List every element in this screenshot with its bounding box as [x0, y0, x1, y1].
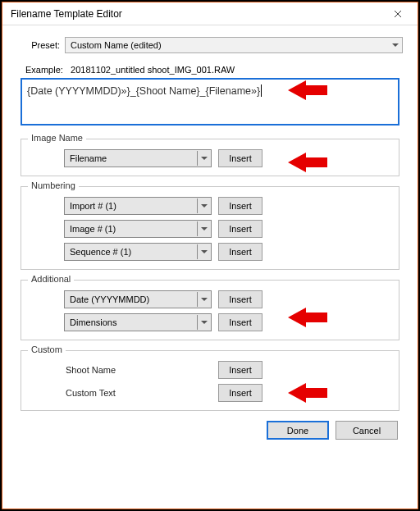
row-additional-1: Dimensions Insert	[64, 313, 390, 331]
row-custom-0: Shoot Name Insert	[64, 361, 390, 379]
group-image-name: Image Name Filename Insert	[21, 139, 399, 176]
close-button[interactable]	[381, 3, 414, 25]
insert-button[interactable]: Insert	[218, 149, 262, 167]
row-numbering-2: Sequence # (1) Insert	[64, 243, 390, 261]
group-custom: Custom Shoot Name Insert Custom Text Ins…	[21, 350, 399, 411]
example-row: Example: 20181102_untitled shoot_IMG_001…	[25, 65, 403, 75]
dialog-body: Preset: Custom Name (edited) Example: 20…	[2, 25, 418, 509]
select-date[interactable]: Date (YYYYMMDD)	[64, 290, 212, 308]
select-import-num[interactable]: Import # (1)	[64, 197, 212, 215]
group-additional: Additional Date (YYYYMMDD) Insert Dimens…	[21, 280, 399, 340]
select-sequence-num[interactable]: Sequence # (1)	[64, 243, 212, 261]
label-custom-text: Custom Text	[64, 388, 212, 398]
select-value: Image # (1)	[70, 224, 116, 234]
select-dimensions[interactable]: Dimensions	[64, 313, 212, 331]
preset-select[interactable]: Custom Name (edited)	[65, 37, 403, 53]
label-shoot-name: Shoot Name	[64, 365, 212, 375]
select-filename[interactable]: Filename	[64, 149, 212, 167]
group-numbering: Numbering Import # (1) Insert Image # (1…	[21, 186, 399, 270]
insert-button[interactable]: Insert	[218, 243, 262, 261]
dialog-button-row: Done Cancel	[17, 421, 398, 440]
group-legend: Image Name	[28, 133, 86, 143]
group-legend: Additional	[28, 274, 74, 284]
insert-button[interactable]: Insert	[218, 361, 262, 379]
done-button[interactable]: Done	[267, 421, 329, 440]
text-caret	[261, 84, 262, 97]
select-value: Filename	[70, 153, 107, 163]
select-image-num[interactable]: Image # (1)	[64, 220, 212, 238]
close-icon	[394, 10, 402, 18]
preset-value: Custom Name (edited)	[71, 40, 162, 50]
row-additional-0: Date (YYYYMMDD) Insert	[64, 290, 390, 308]
chevron-down-icon	[392, 43, 399, 47]
insert-button[interactable]: Insert	[218, 384, 262, 402]
preset-label: Preset:	[17, 40, 60, 50]
insert-button[interactable]: Insert	[218, 220, 262, 238]
chevron-down-icon	[197, 151, 210, 166]
dialog-window: Filename Template Editor Preset: Custom …	[2, 2, 418, 509]
chevron-down-icon	[197, 244, 210, 259]
select-value: Import # (1)	[70, 201, 116, 211]
chevron-down-icon	[197, 315, 210, 330]
cancel-button[interactable]: Cancel	[336, 421, 398, 440]
template-input[interactable]: {Date (YYYYMMDD)»}_{Shoot Name}_{Filenam…	[21, 78, 399, 125]
example-value: 20181102_untitled shoot_IMG_001.RAW	[71, 65, 235, 75]
select-value: Dimensions	[70, 317, 116, 327]
chevron-down-icon	[197, 198, 210, 213]
preset-row: Preset: Custom Name (edited)	[17, 37, 403, 53]
group-legend: Custom	[28, 344, 66, 354]
chevron-down-icon	[197, 292, 210, 307]
select-value: Sequence # (1)	[70, 247, 131, 257]
title-bar: Filename Template Editor	[2, 2, 418, 25]
template-text: {Date (YYYYMMDD)»}_{Shoot Name}_{Filenam…	[27, 85, 260, 97]
row-image-name-0: Filename Insert	[64, 149, 390, 167]
insert-button[interactable]: Insert	[218, 290, 262, 308]
chevron-down-icon	[197, 221, 210, 236]
insert-button[interactable]: Insert	[218, 313, 262, 331]
row-custom-1: Custom Text Insert	[64, 384, 390, 402]
example-label: Example:	[25, 65, 63, 75]
row-numbering-0: Import # (1) Insert	[64, 197, 390, 215]
insert-button[interactable]: Insert	[218, 197, 262, 215]
window-title: Filename Template Editor	[11, 8, 122, 20]
select-value: Date (YYYYMMDD)	[70, 294, 149, 304]
row-numbering-1: Image # (1) Insert	[64, 220, 390, 238]
group-legend: Numbering	[28, 180, 79, 190]
